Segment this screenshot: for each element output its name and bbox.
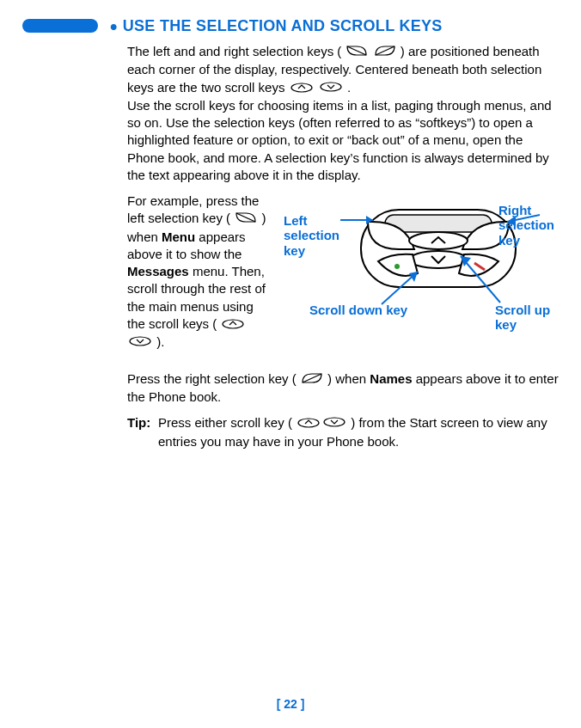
page-number: [ 22 ] <box>277 697 305 711</box>
svg-marker-16 <box>461 256 471 266</box>
right-softkey-icon <box>374 44 396 61</box>
bullet-icon: • <box>110 15 118 38</box>
svg-point-1 <box>321 83 341 91</box>
intro-text-3: . <box>347 80 351 95</box>
press-right-paragraph: Press the right selection key ( ) when N… <box>127 370 559 406</box>
scroll-down-icon <box>319 80 343 97</box>
example-text-e: ). <box>156 334 164 349</box>
section-header: •USE THE SELECTION AND SCROLL KEYS <box>22 15 559 36</box>
scroll-up-icon <box>290 80 314 97</box>
svg-marker-10 <box>366 216 373 224</box>
names-bold: Names <box>370 371 412 386</box>
left-softkey-icon <box>346 44 368 61</box>
svg-point-6 <box>409 232 468 249</box>
messages-bold: Messages <box>127 264 189 278</box>
arrow-left-icon <box>337 208 380 234</box>
svg-point-3 <box>130 337 150 346</box>
scroll-up-icon <box>297 415 321 432</box>
arrow-scrollup-icon <box>456 251 507 308</box>
section-title: •USE THE SELECTION AND SCROLL KEYS <box>110 15 443 36</box>
right-softkey-icon <box>301 371 323 388</box>
intro-text-1: The left and and right selection keys ( <box>127 44 341 58</box>
svg-point-18 <box>324 418 345 426</box>
arrow-right-icon <box>498 205 543 230</box>
callout-left-selection: Left selection key <box>284 213 344 258</box>
press-right-b: ) when <box>327 371 370 386</box>
svg-marker-12 <box>507 216 516 226</box>
tip-body: Press either scroll key ( ) from the Sta… <box>158 414 559 450</box>
press-right-a: Press the right selection key ( <box>127 371 297 386</box>
section-title-text: USE THE SELECTION AND SCROLL KEYS <box>123 17 443 34</box>
menu-bold: Menu <box>162 229 195 244</box>
arrow-scrolldown-icon <box>376 266 428 309</box>
scroll-down-icon <box>322 415 346 432</box>
tip-label: Tip: <box>127 414 158 450</box>
tip-row: Tip: Press either scroll key ( ) from th… <box>127 414 559 450</box>
svg-marker-14 <box>409 272 418 282</box>
scroll-up-icon <box>221 316 245 333</box>
tip-text-a: Press either scroll key ( <box>158 415 292 430</box>
header-accent-bar <box>22 19 98 33</box>
intro-paragraph: The left and and right selection keys ( … <box>127 43 559 184</box>
scroll-down-icon <box>128 334 152 352</box>
keys-diagram: Left selection key Right selection key S… <box>284 193 559 339</box>
page-footer: [ 22 ] <box>0 696 581 713</box>
intro-text-4: Use the scroll keys for choosing items i… <box>127 98 552 182</box>
left-softkey-icon <box>235 211 257 228</box>
example-paragraph: For example, press the left selection ke… <box>127 193 273 352</box>
